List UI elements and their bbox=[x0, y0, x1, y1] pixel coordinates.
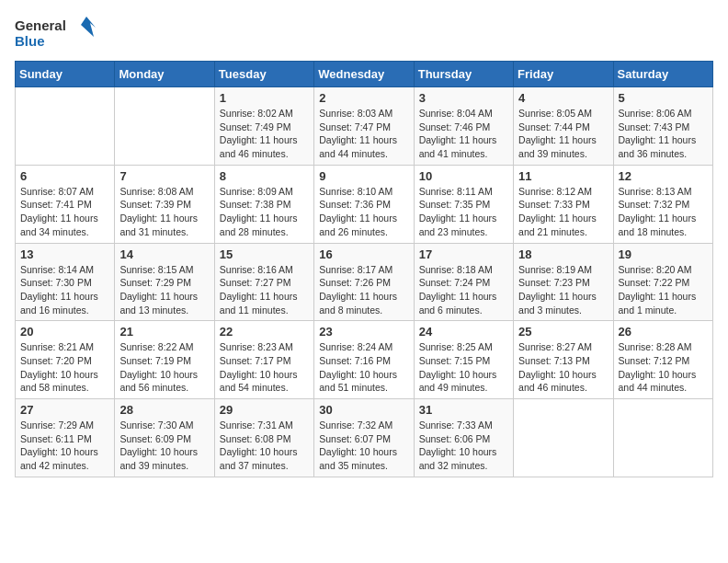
calendar-cell: 4Sunrise: 8:05 AMSunset: 7:44 PMDaylight… bbox=[514, 87, 613, 166]
day-detail: Sunrise: 8:13 AMSunset: 7:32 PMDaylight:… bbox=[619, 185, 708, 239]
day-number: 2 bbox=[319, 91, 408, 105]
day-number: 28 bbox=[119, 403, 209, 417]
day-number: 6 bbox=[20, 169, 109, 183]
calendar-body: 1Sunrise: 8:02 AMSunset: 7:49 PMDaylight… bbox=[16, 87, 713, 477]
day-detail: Sunrise: 8:03 AMSunset: 7:47 PMDaylight:… bbox=[319, 107, 408, 161]
calendar-cell: 30Sunrise: 7:32 AMSunset: 6:07 PMDayligh… bbox=[314, 399, 414, 477]
calendar-cell: 12Sunrise: 8:13 AMSunset: 7:32 PMDayligh… bbox=[613, 165, 712, 243]
weekday-header: Thursday bbox=[414, 62, 513, 87]
day-detail: Sunrise: 8:23 AMSunset: 7:17 PMDaylight:… bbox=[220, 340, 309, 395]
day-detail: Sunrise: 7:33 AMSunset: 6:06 PMDaylight:… bbox=[419, 419, 508, 473]
weekday-header: Saturday bbox=[613, 62, 712, 87]
day-number: 19 bbox=[619, 247, 708, 261]
calendar: SundayMondayTuesdayWednesdayThursdayFrid… bbox=[15, 61, 713, 477]
calendar-cell: 16Sunrise: 8:17 AMSunset: 7:26 PMDayligh… bbox=[314, 243, 414, 321]
day-number: 21 bbox=[119, 325, 209, 339]
weekday-header: Monday bbox=[115, 62, 214, 87]
calendar-cell: 6Sunrise: 8:07 AMSunset: 7:41 PMDaylight… bbox=[16, 165, 115, 243]
calendar-cell: 22Sunrise: 8:23 AMSunset: 7:17 PMDayligh… bbox=[214, 321, 313, 399]
day-number: 18 bbox=[518, 247, 608, 261]
calendar-cell: 2Sunrise: 8:03 AMSunset: 7:47 PMDaylight… bbox=[314, 87, 414, 166]
day-detail: Sunrise: 8:18 AMSunset: 7:24 PMDaylight:… bbox=[419, 263, 508, 317]
day-detail: Sunrise: 8:07 AMSunset: 7:41 PMDaylight:… bbox=[20, 185, 109, 239]
day-detail: Sunrise: 8:16 AMSunset: 7:27 PMDaylight:… bbox=[220, 263, 309, 317]
day-number: 31 bbox=[419, 403, 508, 417]
day-detail: Sunrise: 8:27 AMSunset: 7:13 PMDaylight:… bbox=[518, 340, 608, 395]
calendar-cell: 15Sunrise: 8:16 AMSunset: 7:27 PMDayligh… bbox=[214, 243, 313, 321]
day-detail: Sunrise: 8:19 AMSunset: 7:23 PMDaylight:… bbox=[518, 263, 608, 317]
day-detail: Sunrise: 8:10 AMSunset: 7:36 PMDaylight:… bbox=[319, 185, 408, 239]
calendar-cell: 5Sunrise: 8:06 AMSunset: 7:43 PMDaylight… bbox=[613, 87, 712, 166]
calendar-cell: 31Sunrise: 7:33 AMSunset: 6:06 PMDayligh… bbox=[414, 399, 513, 477]
calendar-cell bbox=[16, 87, 115, 166]
calendar-cell: 25Sunrise: 8:27 AMSunset: 7:13 PMDayligh… bbox=[514, 321, 613, 399]
calendar-week-row: 20Sunrise: 8:21 AMSunset: 7:20 PMDayligh… bbox=[16, 321, 713, 399]
day-detail: Sunrise: 8:05 AMSunset: 7:44 PMDaylight:… bbox=[518, 107, 608, 161]
day-number: 24 bbox=[419, 325, 508, 339]
header: General Blue bbox=[15, 15, 713, 52]
calendar-cell: 27Sunrise: 7:29 AMSunset: 6:11 PMDayligh… bbox=[16, 399, 115, 477]
calendar-cell: 10Sunrise: 8:11 AMSunset: 7:35 PMDayligh… bbox=[414, 165, 513, 243]
day-number: 12 bbox=[619, 169, 708, 183]
day-detail: Sunrise: 8:14 AMSunset: 7:30 PMDaylight:… bbox=[20, 263, 109, 317]
calendar-cell: 13Sunrise: 8:14 AMSunset: 7:30 PMDayligh… bbox=[16, 243, 115, 321]
calendar-cell: 20Sunrise: 8:21 AMSunset: 7:20 PMDayligh… bbox=[16, 321, 115, 399]
day-detail: Sunrise: 7:29 AMSunset: 6:11 PMDaylight:… bbox=[20, 419, 109, 473]
day-detail: Sunrise: 7:30 AMSunset: 6:09 PMDaylight:… bbox=[119, 419, 209, 473]
day-number: 7 bbox=[119, 169, 209, 183]
calendar-cell: 1Sunrise: 8:02 AMSunset: 7:49 PMDaylight… bbox=[214, 87, 313, 166]
day-detail: Sunrise: 8:22 AMSunset: 7:19 PMDaylight:… bbox=[119, 340, 209, 395]
day-detail: Sunrise: 8:11 AMSunset: 7:35 PMDaylight:… bbox=[419, 185, 508, 239]
calendar-cell: 18Sunrise: 8:19 AMSunset: 7:23 PMDayligh… bbox=[514, 243, 613, 321]
day-detail: Sunrise: 8:21 AMSunset: 7:20 PMDaylight:… bbox=[20, 340, 109, 395]
day-number: 25 bbox=[518, 325, 608, 339]
day-number: 27 bbox=[20, 403, 109, 417]
calendar-cell: 24Sunrise: 8:25 AMSunset: 7:15 PMDayligh… bbox=[414, 321, 513, 399]
day-number: 29 bbox=[220, 403, 309, 417]
day-detail: Sunrise: 8:17 AMSunset: 7:26 PMDaylight:… bbox=[319, 263, 408, 317]
calendar-cell: 7Sunrise: 8:08 AMSunset: 7:39 PMDaylight… bbox=[115, 165, 214, 243]
day-detail: Sunrise: 8:15 AMSunset: 7:29 PMDaylight:… bbox=[119, 263, 209, 317]
day-number: 23 bbox=[319, 325, 408, 339]
day-detail: Sunrise: 8:09 AMSunset: 7:38 PMDaylight:… bbox=[220, 185, 309, 239]
day-detail: Sunrise: 8:02 AMSunset: 7:49 PMDaylight:… bbox=[220, 107, 309, 161]
day-number: 8 bbox=[220, 169, 309, 183]
svg-text:Blue: Blue bbox=[15, 33, 45, 49]
day-detail: Sunrise: 7:31 AMSunset: 6:08 PMDaylight:… bbox=[220, 419, 309, 473]
day-number: 20 bbox=[20, 325, 109, 339]
weekday-header: Tuesday bbox=[214, 62, 313, 87]
day-number: 3 bbox=[419, 91, 508, 105]
day-number: 17 bbox=[419, 247, 508, 261]
day-number: 14 bbox=[119, 247, 209, 261]
calendar-cell: 28Sunrise: 7:30 AMSunset: 6:09 PMDayligh… bbox=[115, 399, 214, 477]
calendar-cell: 29Sunrise: 7:31 AMSunset: 6:08 PMDayligh… bbox=[214, 399, 313, 477]
calendar-cell: 11Sunrise: 8:12 AMSunset: 7:33 PMDayligh… bbox=[514, 165, 613, 243]
day-detail: Sunrise: 8:28 AMSunset: 7:12 PMDaylight:… bbox=[619, 340, 708, 395]
day-number: 16 bbox=[319, 247, 408, 261]
logo: General Blue bbox=[15, 15, 97, 52]
day-detail: Sunrise: 8:04 AMSunset: 7:46 PMDaylight:… bbox=[419, 107, 508, 161]
weekday-header: Sunday bbox=[16, 62, 115, 87]
calendar-cell: 9Sunrise: 8:10 AMSunset: 7:36 PMDaylight… bbox=[314, 165, 414, 243]
day-number: 26 bbox=[619, 325, 708, 339]
calendar-cell: 19Sunrise: 8:20 AMSunset: 7:22 PMDayligh… bbox=[613, 243, 712, 321]
day-detail: Sunrise: 7:32 AMSunset: 6:07 PMDaylight:… bbox=[319, 419, 408, 473]
header-row: SundayMondayTuesdayWednesdayThursdayFrid… bbox=[16, 62, 713, 87]
calendar-week-row: 6Sunrise: 8:07 AMSunset: 7:41 PMDaylight… bbox=[16, 165, 713, 243]
day-number: 15 bbox=[220, 247, 309, 261]
day-detail: Sunrise: 8:20 AMSunset: 7:22 PMDaylight:… bbox=[619, 263, 708, 317]
day-number: 4 bbox=[518, 91, 608, 105]
day-detail: Sunrise: 8:12 AMSunset: 7:33 PMDaylight:… bbox=[518, 185, 608, 239]
svg-marker-2 bbox=[81, 17, 96, 37]
calendar-cell: 3Sunrise: 8:04 AMSunset: 7:46 PMDaylight… bbox=[414, 87, 513, 166]
day-number: 1 bbox=[220, 91, 309, 105]
day-number: 30 bbox=[319, 403, 408, 417]
day-number: 9 bbox=[319, 169, 408, 183]
calendar-cell bbox=[115, 87, 214, 166]
day-number: 5 bbox=[619, 91, 708, 105]
calendar-cell: 26Sunrise: 8:28 AMSunset: 7:12 PMDayligh… bbox=[613, 321, 712, 399]
calendar-header: SundayMondayTuesdayWednesdayThursdayFrid… bbox=[16, 62, 713, 87]
calendar-cell bbox=[613, 399, 712, 477]
svg-text:General: General bbox=[15, 17, 66, 33]
calendar-week-row: 1Sunrise: 8:02 AMSunset: 7:49 PMDaylight… bbox=[16, 87, 713, 166]
